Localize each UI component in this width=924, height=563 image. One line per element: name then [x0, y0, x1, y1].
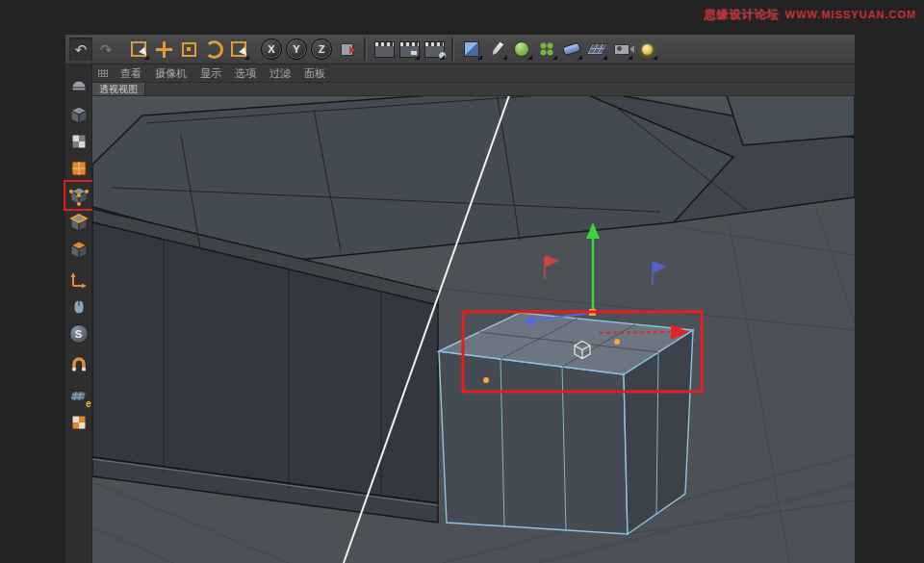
render-picture-viewer-button[interactable]: [398, 38, 421, 61]
magnet-icon: [68, 354, 90, 375]
building-front-face[interactable]: [92, 222, 438, 503]
camera-icon: [614, 44, 629, 55]
dropdown-corner-icon: [603, 55, 607, 60]
move-icon: [156, 41, 172, 58]
sidebar-item-make-editable[interactable]: [67, 72, 90, 95]
edges-mode-cube-icon: [68, 212, 90, 233]
model-cube-icon: [68, 104, 90, 125]
watermark-site-url: WWW.MISSYUAN.COM: [785, 9, 916, 20]
workplane-badge: e: [86, 398, 91, 409]
sidebar-item-edges-mode[interactable]: [67, 211, 90, 234]
watermark: 思缘设计论坛WWW.MISSYUAN.COM: [705, 7, 916, 23]
dropdown-corner-icon: [144, 55, 149, 60]
sidebar-item-workplane-lock[interactable]: e: [67, 384, 90, 407]
dropdown-corner-icon: [502, 55, 507, 60]
floor-grid-icon: [585, 43, 607, 55]
gizmo-plane-flag-blue[interactable]: [653, 261, 667, 285]
texture-icon: [68, 158, 90, 179]
app-window: ↶ ↷ X Y Z: [65, 35, 855, 563]
sidebar-item-points-mode[interactable]: [67, 184, 90, 207]
orange-checker-icon: [68, 412, 90, 433]
x-axis-lock[interactable]: X: [260, 38, 283, 61]
dropdown-corner-icon: [653, 55, 657, 60]
toolbar-separator: [364, 38, 367, 61]
toolbar-separator: [451, 38, 454, 61]
scale-icon: [182, 42, 196, 57]
render-view-button[interactable]: [372, 38, 396, 61]
sidebar-item-texture-axes-mode[interactable]: [67, 130, 90, 153]
menu-display[interactable]: 显示: [193, 66, 228, 81]
y-axis-lock[interactable]: Y: [285, 38, 308, 61]
light-palette[interactable]: [635, 38, 658, 61]
modeling-palette[interactable]: [535, 38, 558, 61]
mode-sidebar: S e: [65, 64, 92, 563]
spline-pen-palette[interactable]: [485, 38, 508, 61]
dropdown-corner-icon: [578, 55, 582, 60]
render-settings-button[interactable]: [423, 38, 446, 61]
selected-point[interactable]: [614, 339, 620, 345]
scale-tool[interactable]: [177, 38, 200, 61]
sidebar-item-axis-mode[interactable]: [67, 269, 90, 292]
sidebar-item-snapping[interactable]: [67, 353, 90, 376]
make-editable-icon: [68, 73, 90, 94]
camera-palette[interactable]: [610, 38, 633, 61]
dropdown-corner-icon: [440, 55, 445, 60]
dropdown-corner-icon: [477, 55, 482, 60]
menu-options[interactable]: 选项: [228, 66, 263, 81]
selected-box[interactable]: [439, 313, 693, 534]
render-icon: [374, 41, 395, 58]
live-selection-tool[interactable]: [127, 38, 150, 61]
menu-panel[interactable]: 面板: [297, 66, 332, 81]
menubar-grip-icon: [98, 69, 108, 77]
dropdown-corner-icon: [244, 55, 249, 60]
deformers-palette[interactable]: [560, 38, 583, 61]
dropdown-corner-icon: [628, 55, 632, 60]
dropdown-corner-icon: [527, 55, 532, 60]
coordinate-cube-icon: [341, 43, 353, 56]
generators-palette[interactable]: [510, 38, 533, 61]
sidebar-item-texture-mode[interactable]: [67, 157, 90, 180]
sidebar-item-tweak-mode[interactable]: [67, 295, 90, 319]
sidebar-item-soft-selection[interactable]: S: [67, 322, 90, 345]
move-tool[interactable]: [152, 38, 175, 61]
menu-filter[interactable]: 过滤: [263, 66, 297, 81]
perspective-viewport[interactable]: [92, 96, 855, 563]
dropdown-corner-icon: [552, 55, 557, 60]
menu-view[interactable]: 查看: [114, 66, 148, 81]
mouse-icon: [68, 296, 90, 318]
redo-icon: ↷: [100, 42, 113, 57]
coordinate-system-toggle[interactable]: [335, 38, 358, 61]
undo-button[interactable]: ↶: [69, 38, 92, 61]
z-axis-lock[interactable]: Z: [310, 38, 333, 61]
selected-point[interactable]: [483, 377, 489, 383]
sidebar-item-texture-checker[interactable]: [67, 411, 90, 434]
soft-selection-badge: S: [69, 324, 89, 344]
dropdown-corner-icon: [415, 55, 420, 60]
viewport-label[interactable]: 透视视图: [92, 83, 145, 95]
gizmo-plane-flag-red[interactable]: [545, 255, 559, 279]
rotate-tool[interactable]: [202, 38, 225, 61]
undo-icon: ↶: [75, 42, 88, 57]
pen-icon: [490, 41, 503, 57]
polygons-mode-cube-icon: [68, 239, 90, 260]
content-area: 查看 摄像机 显示 选项 过滤 面板 透视视图: [92, 64, 855, 563]
redo-button[interactable]: ↷: [94, 38, 117, 61]
z-axis-badge: Z: [311, 38, 332, 60]
y-axis-badge: Y: [286, 38, 307, 60]
rotate-icon: [205, 40, 223, 59]
viewport-canvas[interactable]: [92, 96, 855, 563]
viewport-label-bar: 透视视图: [92, 83, 855, 96]
menu-cameras[interactable]: 摄像机: [148, 66, 193, 81]
x-axis-badge: X: [261, 38, 282, 60]
modeling-cluster-icon: [541, 43, 547, 49]
selected-box-front-face[interactable]: [439, 351, 628, 534]
viewport-menubar: 查看 摄像机 显示 选项 过滤 面板: [92, 64, 855, 83]
sidebar-item-model-mode[interactable]: [67, 103, 90, 126]
axis-arrows-icon: [68, 269, 90, 291]
primitive-cube-palette[interactable]: [460, 38, 483, 61]
points-mode-cube-icon: [68, 185, 90, 206]
environment-palette[interactable]: [585, 38, 608, 61]
building-upper-wall[interactable]: [727, 96, 855, 145]
sidebar-item-polygons-mode[interactable]: [67, 238, 90, 261]
last-used-tool[interactable]: [227, 38, 250, 61]
